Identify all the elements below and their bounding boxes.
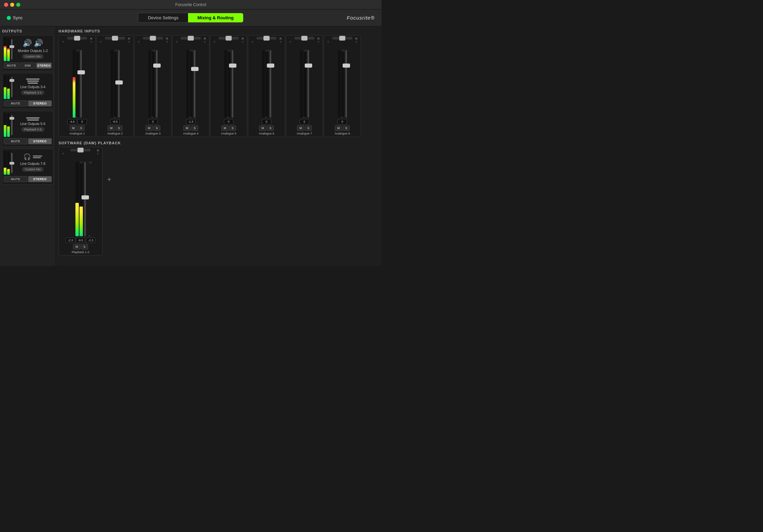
mute-btn-ch[interactable]: M [145,125,153,131]
mute-button-line-7-8[interactable]: MUTE [4,176,27,182]
mute-btn-ch[interactable]: M [108,125,115,131]
pan-thumb[interactable] [263,36,270,41]
maximize-button[interactable] [16,3,20,7]
pan-thumb[interactable] [74,36,80,41]
output-name-line-3-4: Line Outputs 3-4 [20,85,45,89]
ch-value-left: 0 [338,119,347,124]
ch-ms-row: M S [212,125,245,131]
ch-ms-row: M S [175,125,207,131]
close-button[interactable] [4,3,8,7]
ch-fader-thumb[interactable] [153,64,161,68]
output-buttons-line-7-8: MUTE STEREO [4,176,52,182]
ch-vu-bar-right [303,50,306,118]
sw-db-minus-inf-right-label: -∞ [88,235,90,237]
mute-button-line-3-4[interactable]: MUTE [4,100,27,106]
fader-thumb[interactable] [9,117,14,120]
ch-fader-area: -12 -∞ [250,50,283,118]
ch-ms-row: M S [288,125,321,131]
hardware-inputs-title: HARDWARE INPUTS [59,29,379,33]
solo-btn-ch[interactable]: S [78,125,85,131]
channel-close-6[interactable]: ✕ [317,37,320,41]
mute-btn-ch[interactable]: M [335,125,342,131]
ch-fader-thumb[interactable] [343,64,350,68]
stereo-button-monitor[interactable]: STEREO [36,63,52,69]
ch-fader-thumb[interactable] [191,67,199,71]
channel-close-5[interactable]: ✕ [279,37,282,41]
stereo-button-line-5-6[interactable]: STEREO [28,138,52,144]
ch-name: Analogue 5 [212,132,245,135]
ch-fader-thumb[interactable] [229,64,236,68]
sw-mute-btn[interactable]: M [73,244,80,249]
tab-device-settings[interactable]: Device Settings [138,13,188,22]
ch-fader-thumb[interactable] [77,70,85,74]
ch-fader-track [156,50,158,118]
pan-thumb[interactable] [339,36,345,41]
ch-fader-thumb[interactable] [305,64,312,68]
mute-btn-ch[interactable]: M [297,125,304,131]
vu-fill-right [7,89,10,99]
ch-value-left: 0 [148,119,158,124]
mute-btn-ch[interactable]: M [259,125,267,131]
ch-fader-thumb[interactable] [267,64,274,68]
vu-meters-line-7-8 [4,151,10,175]
channel-close-3[interactable]: ✕ [203,37,206,41]
channel-close-7[interactable]: ✕ [355,37,358,41]
fader-thumb[interactable] [9,162,14,165]
channel-close-2[interactable]: ✕ [165,37,168,41]
db-minus-inf-label: -∞ [75,116,78,118]
sw-pan-thumb[interactable] [77,148,84,152]
channel-close-0[interactable]: ✕ [90,37,93,41]
pan-slider-wrap [326,37,359,40]
solo-btn-ch[interactable]: S [116,125,122,131]
minimize-button[interactable] [10,3,14,7]
ch-vu-bar-right [228,50,230,118]
mute-btn-ch[interactable]: M [70,125,77,131]
fader-track [11,115,13,135]
vu-fill-right [7,169,10,175]
solo-btn-ch[interactable]: S [154,125,160,131]
fader-thumb[interactable] [9,45,14,48]
sw-channel-close-0[interactable]: ✕ [96,148,99,153]
dim-button-monitor[interactable]: DIM [20,63,36,69]
hw-channel-analogue-8: ✕ 0 0 -12 -∞ [324,35,361,137]
mute-btn-ch[interactable]: M [183,125,191,131]
ch-value-row: 0 [137,119,169,124]
solo-btn-ch[interactable]: S [191,125,198,131]
channel-close-4[interactable]: ✕ [241,37,244,41]
ch-fader-col: -12 -∞ [270,50,271,118]
tab-mixing-routing[interactable]: Mixing & Routing [188,13,243,22]
ch-vu-wrap [73,50,79,118]
vu-fill-right [7,126,10,137]
fader-thumb[interactable] [9,79,14,82]
ch-fader-track [345,50,347,118]
ch-name: Analogue 7 [288,132,321,135]
mute-btn-ch[interactable]: M [221,125,229,131]
add-channel-button[interactable]: + [104,174,115,185]
ch-fader-thumb[interactable] [115,80,123,84]
solo-btn-ch[interactable]: S [305,125,312,131]
stereo-button-line-7-8[interactable]: STEREO [28,176,52,182]
ch-vu-bar-left [262,50,265,118]
vu-bar-left [4,75,6,99]
vu-bar-left [4,113,6,137]
software-playback-channels: ✕ 0 0 -12 -∞ [59,147,379,256]
pan-thumb[interactable] [112,36,118,41]
ch-vu-bar-right [76,50,79,118]
solo-btn-ch[interactable]: S [343,125,350,131]
pan-slider-wrap [250,37,283,40]
channel-close-1[interactable]: ✕ [128,37,131,41]
solo-btn-ch[interactable]: S [229,125,236,131]
sw-fader-thumb[interactable] [82,195,89,199]
pan-thumb[interactable] [188,36,194,41]
mute-button-monitor[interactable]: MUTE [4,63,19,69]
solo-btn-ch[interactable]: S [267,125,274,131]
pan-thumb[interactable] [301,36,307,41]
fader-track [11,39,13,59]
sw-solo-btn[interactable]: S [81,244,88,249]
pan-thumb[interactable] [150,36,156,41]
mute-button-line-5-6[interactable]: MUTE [4,138,27,144]
speaker-icons: 🔊 🔊 [23,39,43,48]
stereo-button-line-3-4[interactable]: STEREO [28,100,52,106]
db-label-0-left: 0 [62,40,64,43]
pan-thumb[interactable] [226,36,232,41]
